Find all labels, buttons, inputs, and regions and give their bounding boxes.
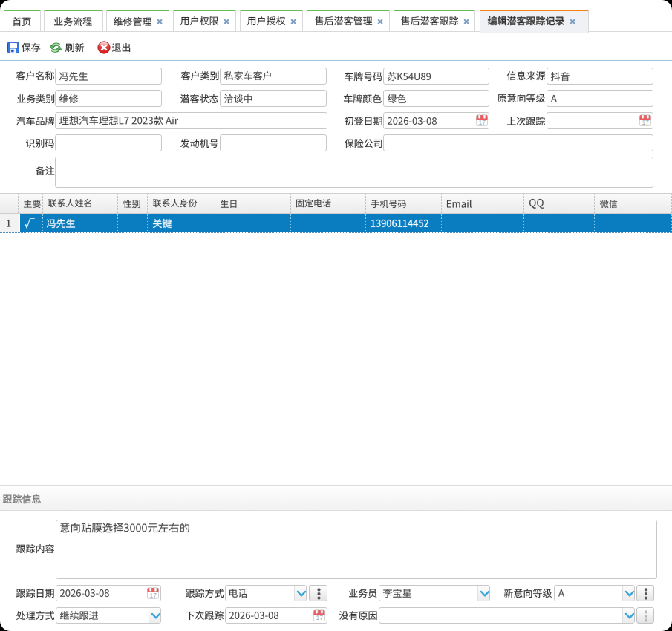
svg-text:17: 17 (642, 119, 649, 126)
svg-text:17: 17 (149, 592, 157, 599)
svg-text:17: 17 (478, 119, 486, 126)
svg-text:17: 17 (316, 614, 323, 621)
